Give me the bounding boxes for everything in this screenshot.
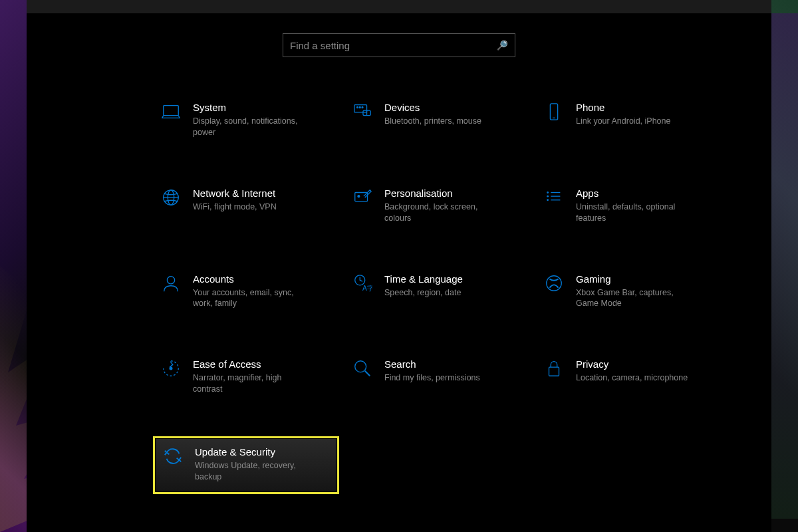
svg-rect-0	[164, 106, 179, 116]
category-desc: Find my files, permissions	[384, 372, 480, 384]
devices-icon	[351, 100, 374, 123]
apps-list-icon	[543, 186, 565, 209]
category-ease-of-access[interactable]: Ease of Access Narrator, magnifier, high…	[153, 350, 339, 404]
category-desc: Your accounts, email, sync, work, family	[193, 287, 313, 310]
category-title: Time & Language	[384, 273, 463, 285]
category-title: Ease of Access	[193, 358, 313, 370]
search-container: 🔍	[27, 33, 771, 57]
search-box[interactable]: 🔍	[283, 33, 515, 57]
category-desc: Uninstall, defaults, optional features	[576, 201, 696, 224]
category-time-language[interactable]: A字 Time & Language Speech, region, date	[344, 265, 531, 319]
category-desc: WiFi, flight mode, VPN	[193, 201, 277, 213]
category-desc: Bluetooth, printers, mouse	[384, 116, 481, 127]
window-titlebar	[27, 0, 771, 13]
lock-icon	[543, 357, 565, 380]
svg-text:A字: A字	[362, 285, 372, 292]
person-icon	[160, 272, 182, 295]
category-title: Apps	[576, 188, 696, 199]
phone-icon	[543, 100, 565, 123]
accessibility-icon	[160, 357, 182, 380]
category-title: Devices	[384, 102, 481, 113]
category-privacy[interactable]: Privacy Location, camera, microphone	[536, 350, 722, 404]
svg-point-4	[362, 107, 363, 108]
category-title: System	[193, 102, 313, 113]
paintbrush-icon	[351, 186, 374, 209]
category-desc: Background, lock screen, colours	[384, 201, 504, 224]
sync-icon	[162, 445, 184, 467]
category-title: Privacy	[576, 358, 688, 370]
svg-rect-7	[550, 104, 557, 120]
category-title: Accounts	[193, 273, 313, 285]
svg-point-20	[167, 276, 174, 283]
svg-rect-27	[549, 367, 559, 376]
settings-categories-grid: System Display, sound, notifications, po…	[153, 94, 738, 494]
globe-icon	[160, 186, 182, 209]
svg-point-2	[357, 107, 358, 108]
category-desc: Speech, region, date	[384, 287, 463, 299]
magnifier-icon	[351, 357, 374, 380]
svg-point-23	[547, 275, 562, 291]
category-apps[interactable]: Apps Uninstall, defaults, optional featu…	[536, 180, 722, 233]
category-search[interactable]: Search Find my files, permissions	[344, 350, 531, 404]
svg-point-13	[358, 195, 360, 197]
category-title: Search	[384, 358, 480, 370]
xbox-icon	[543, 272, 565, 295]
search-icon: 🔍	[497, 40, 508, 51]
category-desc: Link your Android, iPhone	[576, 116, 670, 127]
category-network[interactable]: Network & Internet WiFi, flight mode, VP…	[153, 180, 339, 233]
settings-window: 🔍 System Display, sound, notifications, …	[27, 0, 771, 532]
svg-rect-1	[354, 105, 367, 112]
category-devices[interactable]: Devices Bluetooth, printers, mouse	[344, 94, 531, 148]
category-personalisation[interactable]: Personalisation Background, lock screen,…	[344, 180, 531, 233]
category-system[interactable]: System Display, sound, notifications, po…	[153, 94, 339, 148]
category-title: Gaming	[576, 273, 696, 285]
category-title: Network & Internet	[193, 188, 277, 199]
system-icon	[160, 100, 182, 123]
search-input[interactable]	[290, 40, 497, 51]
time-language-icon: A字	[351, 272, 374, 295]
svg-point-24	[170, 367, 172, 370]
category-update-security[interactable]: Update & Security Windows Update, recove…	[153, 436, 339, 494]
category-title: Personalisation	[384, 188, 504, 199]
category-gaming[interactable]: Gaming Xbox Game Bar, captures, Game Mod…	[536, 265, 722, 319]
category-title: Phone	[576, 102, 670, 113]
category-title: Update & Security	[195, 446, 315, 458]
svg-point-3	[359, 107, 360, 108]
category-accounts[interactable]: Accounts Your accounts, email, sync, wor…	[153, 265, 339, 319]
category-desc: Xbox Game Bar, captures, Game Mode	[576, 287, 696, 310]
svg-point-25	[355, 361, 366, 372]
category-desc: Narrator, magnifier, high contrast	[193, 372, 313, 395]
svg-line-26	[365, 371, 370, 376]
category-desc: Location, camera, microphone	[576, 372, 688, 384]
category-desc: Display, sound, notifications, power	[193, 116, 313, 138]
category-desc: Windows Update, recovery, backup	[195, 460, 315, 483]
category-phone[interactable]: Phone Link your Android, iPhone	[536, 94, 722, 148]
